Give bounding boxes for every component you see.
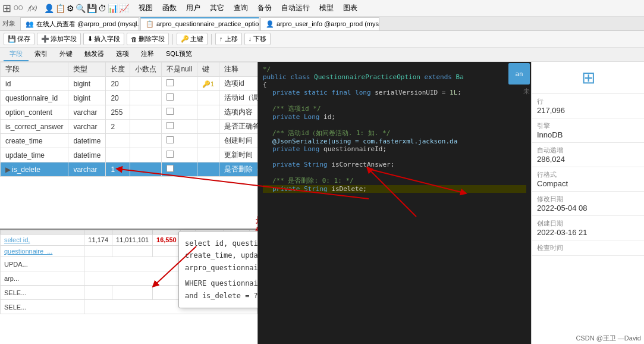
menu-query[interactable]: 查询 — [234, 3, 248, 13]
badge-text: an — [515, 70, 523, 78]
cell-key — [197, 134, 219, 148]
table-row[interactable]: create_timedatetime创建时间 — [1, 134, 258, 148]
engine-label: 引擎 — [537, 121, 639, 130]
stats-table-icon: ⊞ — [532, 62, 644, 94]
cell-type: datetime — [68, 148, 106, 162]
sub-tab-sql-preview[interactable]: SQL预览 — [160, 48, 198, 61]
cell-length: 20 — [106, 91, 130, 105]
modify-label: 修改日期 — [537, 195, 639, 204]
person-icon: 👤 — [44, 4, 54, 13]
sql-line1: select id, questionnaire_id, option_cont… — [185, 237, 257, 262]
cell-field: is_correct_answer — [1, 120, 68, 134]
cell-notnull — [162, 105, 197, 120]
sq-col2-2 — [84, 246, 112, 257]
delete-field-button[interactable]: 🗑 删除字段 — [127, 33, 169, 45]
rows-value: 217,096 — [537, 106, 639, 115]
sub-tab-options[interactable]: 选项 — [110, 48, 135, 61]
tab-icon-1: 👥 — [26, 20, 34, 28]
menu-chart[interactable]: 图表 — [343, 3, 357, 13]
sub-tabs: 字段 索引 外键 触发器 选项 注释 SQL预览 — [0, 48, 644, 62]
sub-tab-comment[interactable]: 注释 — [135, 48, 160, 61]
cell-type: varchar — [68, 162, 106, 177]
col-header-length: 长度 — [106, 62, 130, 77]
backup-icon: 💾 — [87, 4, 97, 13]
menu-backup[interactable]: 备份 — [257, 3, 272, 13]
menu-other[interactable]: 其它 — [210, 3, 224, 13]
stats-rows: 行 217,096 — [532, 94, 644, 118]
tab-label-1: 在线人员查看 @arpro_prod (mysql.d... — [36, 20, 139, 29]
cell-field: ▶is_delete — [1, 162, 68, 177]
menu-model[interactable]: 模型 — [319, 3, 334, 13]
add-icon: ➕ — [41, 35, 49, 43]
sub-tab-trigger[interactable]: 触发器 — [78, 48, 110, 61]
cell-type: varchar — [68, 120, 106, 134]
formula-fx: 𝑓(x) — [28, 4, 37, 12]
sub-tab-foreign-key[interactable]: 外键 — [54, 48, 78, 61]
sele-row: SELE... — [1, 286, 84, 300]
sq-sql-1[interactable]: select id, — [1, 234, 84, 246]
code-panel: */ public class QuestionnairePracticeOpt… — [257, 62, 531, 344]
tab-icon-3: 👤 — [266, 20, 274, 28]
object-label-area: 对象 — [2, 19, 15, 28]
save-icon: 💾 — [8, 35, 16, 43]
tab-user-info[interactable]: 👤 arpro_user_info @arpro_prod (mysq... × — [260, 17, 379, 30]
checkbox-unchecked — [167, 165, 174, 172]
checkbox-unchecked — [167, 136, 174, 143]
table-row[interactable]: update_timedatetime更新时间 — [1, 148, 258, 162]
checkbox-unchecked — [167, 93, 174, 101]
toolbar-separator — [172, 34, 173, 45]
tab-label-3: arpro_user_info @arpro_prod (mysq... — [277, 20, 379, 27]
table-row[interactable]: is_correct_answervarchar2是否正确答案: 是：1 否: … — [1, 120, 258, 134]
stats-engine: 引擎 InnoDB — [532, 118, 644, 143]
move-up-button[interactable]: ↑ 上移 — [215, 33, 242, 45]
code-line-3: { — [263, 81, 526, 89]
cell-decimal — [130, 77, 162, 91]
upda-row: UPDA... — [1, 257, 84, 271]
menu-user[interactable]: 用户 — [186, 3, 200, 13]
search-icon: 🔍 — [76, 4, 86, 13]
arpo-row: arp... — [1, 271, 84, 286]
create-value: 2022-03-16 21 — [537, 228, 639, 237]
stats-format: 行格式 Compact — [532, 167, 644, 192]
table-row[interactable]: questionnaire_idbigint20活动id（调查问卷和随堂练习表主… — [1, 91, 258, 105]
sql-line4: and is_delete = ? — [185, 290, 257, 302]
sql-popup: select id, questionnaire_id, option_cont… — [178, 231, 257, 308]
auto-inc-value: 286,024 — [537, 155, 639, 164]
table-row[interactable]: option_contentvarchar255选项内容 — [1, 105, 258, 120]
table-area[interactable]: 字段 类型 长度 小数点 不是null 键 注释 idbigint20🔑1选项i… — [0, 62, 257, 344]
sub-tab-index[interactable]: 索引 — [29, 48, 54, 61]
stats-create: 创建日期 2022-03-16 21 — [532, 216, 644, 240]
code-line-2: public class QuestionnairePracticeOption… — [263, 73, 526, 81]
menu-autorun[interactable]: 自动运行 — [281, 3, 310, 13]
sele-num — [84, 286, 112, 300]
cell-field: create_time — [1, 134, 68, 148]
table-row[interactable]: ▶is_deletevarchar1是否删除（0: 未删除，1：删除） — [1, 162, 258, 177]
menu-view[interactable]: 视图 — [139, 3, 153, 13]
menu-function[interactable]: 函数 — [162, 3, 177, 13]
primary-key-button[interactable]: 🔑 主键 — [177, 33, 208, 45]
insert-field-button[interactable]: ⬇ 插入字段 — [83, 33, 124, 45]
format-label: 行格式 — [537, 170, 639, 179]
tab-online-users[interactable]: 👥 在线人员查看 @arpro_prod (mysql.d... × — [20, 17, 139, 30]
add-field-button[interactable]: ➕ 添加字段 — [37, 33, 81, 45]
delete-icon: 🗑 — [131, 36, 137, 43]
cell-length — [106, 148, 130, 162]
code-line-11: private Long questionnaireId; — [263, 145, 526, 153]
cell-notnull — [162, 120, 197, 134]
settings-icon: ⚙ — [67, 4, 74, 13]
cell-notnull — [162, 134, 197, 148]
checkbox-unchecked — [167, 79, 174, 86]
main-area: 字段 类型 长度 小数点 不是null 键 注释 idbigint20🔑1选项i… — [0, 62, 644, 344]
cell-type: varchar — [68, 105, 106, 120]
row-arrow-icon: ▶ — [5, 165, 11, 174]
tab-questionnaire[interactable]: 📋 arpro_questionnaire_practice_optio... … — [140, 17, 259, 30]
cell-field: update_time — [1, 148, 68, 162]
sub-tab-fields[interactable]: 字段 — [4, 48, 29, 61]
table-row[interactable]: idbigint20🔑1选项id — [1, 77, 258, 91]
move-down-button[interactable]: ↓ 下移 — [244, 33, 271, 45]
save-button[interactable]: 💾 保存 — [4, 33, 34, 45]
key-icon: 🔑 — [181, 35, 189, 43]
save-label: 保存 — [17, 35, 30, 43]
sq-sql-2[interactable]: questionnaire_... — [1, 246, 84, 257]
cell-notnull — [162, 148, 197, 162]
